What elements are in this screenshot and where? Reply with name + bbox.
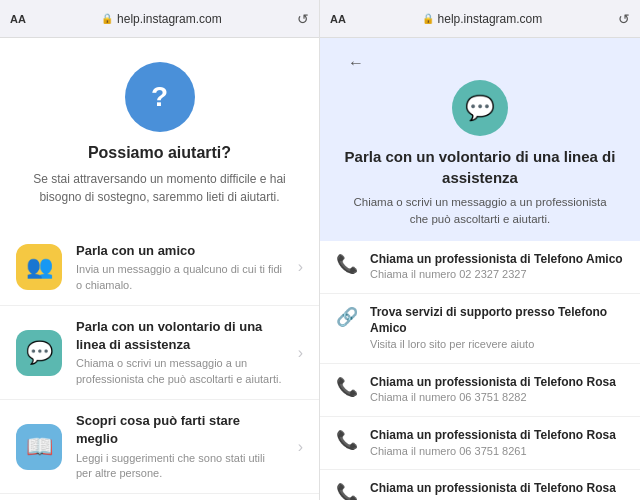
menu-item-friend[interactable]: 👥 Parla con un amico Invia un messaggio … [0,230,319,306]
left-hero-title: Possiamo aiutarti? [88,144,231,162]
contact-text-0: Chiama un professionista di Telefono Ami… [370,251,623,283]
left-url-box: 🔒 help.instagram.com [32,12,291,26]
discover-title: Scopri cosa può farti stare meglio [76,412,284,448]
contact-desc-2: Chiama il numero 06 3751 8282 [370,390,616,405]
left-lock-icon: 🔒 [101,13,113,24]
friend-text: Parla con un amico Invia un messaggio a … [76,242,284,293]
footer-language[interactable]: Italiano ✏️ [109,494,211,500]
contact-text-3: Chiama un professionista di Telefono Ros… [370,427,616,459]
contact-text-1: Trova servizi di supporto presso Telefon… [370,304,624,353]
left-hero: Possiamo aiutarti? Se stai attraversando… [0,38,319,222]
left-aa-label: AA [10,13,26,25]
left-hero-subtitle: Se stai attraversando un momento diffici… [24,170,295,206]
left-url-text: help.instagram.com [117,12,222,26]
discover-icon: 📖 [16,424,62,470]
left-panel: AA 🔒 help.instagram.com ↺ Possiamo aiuta… [0,0,320,500]
contact-title-4: Chiama un professionista di Telefono Ros… [370,480,616,497]
contact-list: 📞 Chiama un professionista di Telefono A… [320,241,640,501]
contact-desc-0: Chiama il numero 02 2327 2327 [370,267,623,282]
friend-chevron: › [298,258,303,276]
friend-title: Parla con un amico [76,242,284,260]
phone-icon-4: 📞 [336,482,358,500]
left-reload-button[interactable]: ↺ [297,11,309,27]
contact-title-3: Chiama un professionista di Telefono Ros… [370,427,616,444]
contact-item-1[interactable]: 🔗 Trova servizi di supporto presso Telef… [320,294,640,364]
contact-text-2: Chiama un professionista di Telefono Ros… [370,374,616,406]
contact-desc-3: Chiama il numero 06 3751 8261 [370,444,616,459]
contact-item-2[interactable]: 📞 Chiama un professionista di Telefono R… [320,364,640,417]
link-icon-1: 🔗 [336,306,358,328]
phone-icon-2: 📞 [336,376,358,398]
contact-title-0: Chiama un professionista di Telefono Ami… [370,251,623,268]
phone-icon-3: 📞 [336,429,358,451]
back-button[interactable]: ← [344,54,368,72]
right-content: ← 💬 Parla con un volontario di una linea… [320,38,640,500]
contact-item-4[interactable]: 📞 Chiama un professionista di Telefono R… [320,470,640,500]
heart-icon [125,62,195,132]
left-browser-bar: AA 🔒 help.instagram.com ↺ [0,0,319,38]
contact-item-3[interactable]: 📞 Chiama un professionista di Telefono R… [320,417,640,470]
menu-item-discover[interactable]: 📖 Scopri cosa può farti stare meglio Leg… [0,400,319,494]
contact-text-4: Chiama un professionista di Telefono Ros… [370,480,616,500]
friend-icon: 👥 [16,244,62,290]
phone-icon-0: 📞 [336,253,358,275]
right-hero-subtitle: Chiama o scrivi un messaggio a un profes… [344,194,616,229]
volunteer-title: Parla con un volontario di una linea di … [76,318,284,354]
volunteer-desc: Chiama o scrivi un messaggio a un profes… [76,356,284,387]
discover-text: Scopri cosa può farti stare meglio Leggi… [76,412,284,481]
volunteer-text: Parla con un volontario di una linea di … [76,318,284,387]
contact-desc-1: Visita il loro sito per ricevere aiuto [370,337,624,352]
contact-title-2: Chiama un professionista di Telefono Ros… [370,374,616,391]
right-aa-label: AA [330,13,346,25]
right-lock-icon: 🔒 [422,13,434,24]
chat-circle-icon: 💬 [452,80,508,136]
discover-chevron: › [298,438,303,456]
right-url-text: help.instagram.com [438,12,543,26]
contact-title-1: Trova servizi di supporto presso Telefon… [370,304,624,338]
contact-item-0[interactable]: 📞 Chiama un professionista di Telefono A… [320,241,640,294]
right-url-box: 🔒 help.instagram.com [352,12,612,26]
volunteer-chevron: › [298,344,303,362]
right-hero-section: ← 💬 Parla con un volontario di una linea… [320,38,640,241]
chat-bubble-icon: 💬 [465,94,495,122]
right-panel: AA 🔒 help.instagram.com ↺ ← 💬 Parla con … [320,0,640,500]
menu-item-volunteer[interactable]: 💬 Parla con un volontario di una linea d… [0,306,319,400]
right-reload-button[interactable]: ↺ [618,11,630,27]
left-content: Possiamo aiutarti? Se stai attraversando… [0,38,319,500]
right-browser-bar: AA 🔒 help.instagram.com ↺ [320,0,640,38]
right-hero-title: Parla con un volontario di una linea di … [344,146,616,188]
volunteer-icon: 💬 [16,330,62,376]
friend-desc: Invia un messaggio a qualcuno di cui ti … [76,262,284,293]
discover-desc: Leggi i suggerimenti che sono stati util… [76,451,284,482]
